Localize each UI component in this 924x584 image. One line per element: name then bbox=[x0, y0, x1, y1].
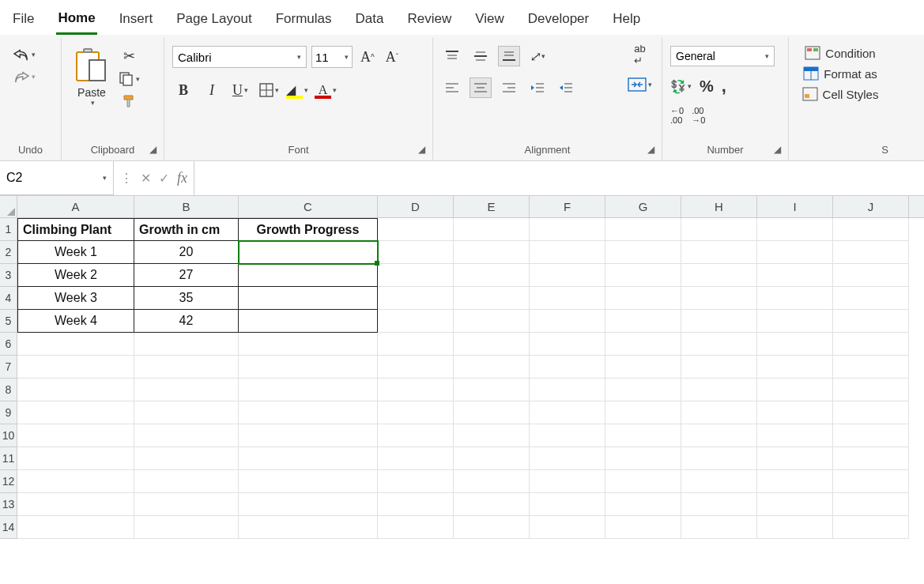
cell[interactable]: Week 1 bbox=[17, 241, 134, 264]
number-launcher[interactable]: ◢ bbox=[771, 143, 783, 156]
cell[interactable] bbox=[17, 356, 134, 379]
row-header[interactable]: 14 bbox=[0, 516, 17, 539]
row-header[interactable]: 12 bbox=[0, 470, 17, 493]
cell[interactable] bbox=[833, 424, 909, 447]
tab-view[interactable]: View bbox=[473, 8, 506, 33]
font-name-select[interactable]: Calibri▾ bbox=[172, 46, 307, 68]
cell[interactable] bbox=[134, 470, 239, 493]
cell[interactable] bbox=[530, 264, 605, 287]
number-format-select[interactable]: General▾ bbox=[670, 46, 775, 66]
cell[interactable] bbox=[454, 333, 530, 356]
cell[interactable]: Week 3 bbox=[17, 287, 134, 310]
cell[interactable] bbox=[530, 218, 605, 241]
cell[interactable] bbox=[757, 447, 833, 470]
cell[interactable] bbox=[605, 470, 681, 493]
increase-indent-button[interactable] bbox=[555, 77, 577, 98]
cancel-formula-button[interactable]: ✕ bbox=[141, 171, 151, 186]
cell[interactable] bbox=[530, 424, 605, 447]
cell[interactable] bbox=[239, 333, 378, 356]
select-all-button[interactable] bbox=[0, 196, 17, 218]
cell[interactable]: 35 bbox=[134, 287, 239, 310]
cell[interactable] bbox=[17, 470, 134, 493]
cell[interactable]: Week 4 bbox=[17, 310, 134, 333]
cell[interactable] bbox=[757, 424, 833, 447]
cell[interactable] bbox=[605, 356, 681, 379]
cell[interactable] bbox=[17, 447, 134, 470]
expand-icon[interactable]: ⋮ bbox=[120, 171, 133, 186]
cell[interactable]: 42 bbox=[134, 310, 239, 333]
tab-developer[interactable]: Developer bbox=[526, 8, 591, 33]
cell[interactable] bbox=[833, 447, 909, 470]
cell[interactable] bbox=[757, 470, 833, 493]
row-header[interactable]: 4 bbox=[0, 287, 17, 310]
row-header[interactable]: 8 bbox=[0, 379, 17, 401]
cell[interactable] bbox=[605, 218, 681, 241]
cell[interactable] bbox=[681, 516, 757, 539]
decrease-indent-button[interactable] bbox=[526, 77, 549, 98]
cell[interactable] bbox=[378, 447, 454, 470]
cell[interactable] bbox=[454, 218, 530, 241]
cell[interactable] bbox=[833, 516, 909, 539]
conditional-formatting-button[interactable]: Condition bbox=[797, 43, 884, 63]
cell[interactable] bbox=[378, 310, 454, 333]
cell[interactable] bbox=[681, 493, 757, 516]
row-header[interactable]: 2 bbox=[0, 241, 17, 264]
cell[interactable] bbox=[681, 333, 757, 356]
cell[interactable] bbox=[530, 470, 605, 493]
cell[interactable] bbox=[681, 264, 757, 287]
cell[interactable] bbox=[454, 310, 530, 333]
cell[interactable] bbox=[454, 264, 530, 287]
cell[interactable] bbox=[605, 447, 681, 470]
font-color-button[interactable]: A ▾ bbox=[315, 79, 337, 101]
percent-button[interactable]: % bbox=[700, 77, 714, 96]
cell[interactable] bbox=[530, 287, 605, 310]
cell[interactable] bbox=[134, 401, 239, 424]
tab-home[interactable]: Home bbox=[56, 7, 96, 35]
cell[interactable] bbox=[833, 264, 909, 287]
col-header-g[interactable]: G bbox=[605, 196, 681, 217]
cell[interactable] bbox=[239, 470, 378, 493]
cell[interactable] bbox=[134, 424, 239, 447]
cell[interactable] bbox=[833, 356, 909, 379]
cell[interactable] bbox=[239, 493, 378, 516]
cell[interactable] bbox=[454, 401, 530, 424]
cell[interactable] bbox=[239, 356, 378, 379]
cell[interactable] bbox=[681, 356, 757, 379]
decrease-decimal-button[interactable]: .00→0 bbox=[692, 106, 705, 125]
cell[interactable] bbox=[833, 379, 909, 401]
cell[interactable] bbox=[239, 287, 378, 310]
col-header-b[interactable]: B bbox=[134, 196, 239, 217]
align-right-button[interactable] bbox=[498, 77, 520, 98]
align-center-button[interactable] bbox=[470, 77, 492, 98]
tab-data[interactable]: Data bbox=[354, 8, 386, 33]
cell[interactable] bbox=[134, 333, 239, 356]
name-box[interactable]: C2▾ bbox=[0, 161, 114, 195]
cell[interactable] bbox=[239, 241, 378, 264]
cell[interactable] bbox=[239, 401, 378, 424]
cell[interactable]: Growth in cm bbox=[134, 218, 239, 241]
clipboard-launcher[interactable]: ◢ bbox=[146, 143, 159, 156]
cell[interactable] bbox=[239, 379, 378, 401]
row-header[interactable]: 9 bbox=[0, 401, 17, 424]
cell[interactable] bbox=[454, 379, 530, 401]
cell[interactable] bbox=[605, 401, 681, 424]
cell[interactable] bbox=[378, 516, 454, 539]
cell[interactable]: 27 bbox=[134, 264, 239, 287]
cell[interactable] bbox=[833, 218, 909, 241]
formula-input[interactable] bbox=[194, 161, 924, 195]
cell[interactable] bbox=[454, 356, 530, 379]
cell[interactable] bbox=[681, 447, 757, 470]
cell[interactable] bbox=[833, 470, 909, 493]
cell[interactable] bbox=[378, 356, 454, 379]
row-header[interactable]: 6 bbox=[0, 333, 17, 356]
borders-button[interactable]: ▾ bbox=[258, 79, 280, 101]
cell[interactable] bbox=[681, 424, 757, 447]
cell[interactable] bbox=[378, 287, 454, 310]
cell[interactable] bbox=[605, 264, 681, 287]
cell[interactable] bbox=[757, 379, 833, 401]
row-header[interactable]: 1 bbox=[0, 218, 17, 241]
font-launcher[interactable]: ◢ bbox=[415, 143, 428, 156]
cell[interactable] bbox=[134, 356, 239, 379]
cell[interactable] bbox=[239, 424, 378, 447]
cell[interactable] bbox=[605, 493, 681, 516]
